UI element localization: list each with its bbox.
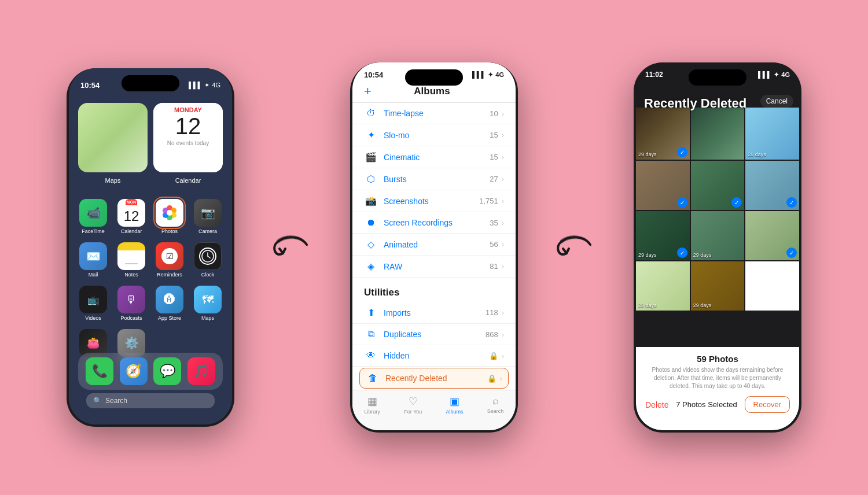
photos-icon: [156, 199, 183, 227]
duplicates-icon: ⧉: [364, 329, 378, 339]
album-timelapse[interactable]: ⏱ Time-lapse 10 ›: [352, 103, 516, 124]
timelapse-icon: ⏱: [364, 108, 378, 119]
tab-albums[interactable]: ▣ Albums: [446, 395, 464, 415]
photo-11[interactable]: 29 days: [691, 261, 745, 311]
dock-safari[interactable]: 🧭: [120, 357, 148, 385]
app-calendar[interactable]: MON 12 Calendar: [116, 199, 146, 234]
dock-phone[interactable]: 📞: [86, 357, 113, 385]
photo-9[interactable]: ✓: [745, 211, 799, 260]
albums-list: ⏱ Time-lapse 10 › ✦ Slo-mo 15 › 🎬 Cinema…: [352, 103, 516, 396]
app-appstore[interactable]: 🅐 App Store: [155, 286, 185, 321]
calendar-widget[interactable]: MONDAY 12 No events today: [153, 103, 223, 172]
album-imports[interactable]: ⬆ Imports 118 ›: [352, 302, 516, 324]
photo-5[interactable]: ✓: [691, 161, 745, 210]
photo-8-days: 29 days: [693, 252, 712, 258]
albums-screen-container: 10:54 ▌▌▌ ✦ 4G + Albums: [352, 62, 516, 430]
app-clock[interactable]: Clock: [193, 242, 223, 278]
album-raw[interactable]: ◈ RAW 81 ›: [352, 256, 516, 278]
library-tab-label: Library: [365, 409, 381, 415]
dynamic-island-2: [405, 69, 463, 86]
app-mail[interactable]: ✉️ Mail: [78, 242, 108, 278]
photo-10-days: 29 days: [638, 302, 657, 308]
tv-label: Videos: [85, 315, 101, 321]
app-camera[interactable]: 📷 Camera: [193, 199, 223, 234]
photo-4[interactable]: ✓: [636, 161, 690, 210]
photo-4-check: ✓: [677, 197, 687, 208]
music-icon: 🎵: [193, 364, 209, 379]
album-animated[interactable]: ◇ Animated 56 ›: [352, 234, 516, 256]
app-reminders[interactable]: ☑ Reminders: [155, 242, 185, 278]
dock-messages[interactable]: 💬: [153, 357, 181, 385]
imports-chevron-icon: ›: [502, 308, 504, 317]
photos-flower-svg: [159, 202, 180, 223]
tab-foryou[interactable]: ♡ For You: [404, 395, 422, 415]
photo-7[interactable]: 29 days ✓: [636, 211, 690, 260]
app-photos[interactable]: Photos: [155, 199, 185, 234]
photo-7-days: 29 days: [638, 252, 657, 258]
tab-library[interactable]: ▦ Library: [365, 395, 381, 415]
cancel-button[interactable]: Cancel: [760, 95, 793, 108]
phone-deleted: 11:02 ▌▌▌ ✦ 4G Cancel Recently Deleted: [634, 62, 801, 433]
delete-button[interactable]: Delete: [645, 400, 668, 409]
battery-icon: 4G: [212, 82, 220, 88]
duplicates-chevron-icon: ›: [502, 330, 504, 339]
podcasts-symbol-icon: 🎙: [126, 293, 137, 306]
cinematic-chevron-icon: ›: [502, 153, 504, 161]
album-duplicates[interactable]: ⧉ Duplicates 868 ›: [352, 324, 516, 345]
arrow-1: [269, 224, 315, 271]
photo-6[interactable]: ✓: [745, 161, 799, 210]
tab-search[interactable]: ⌕ Search: [487, 395, 504, 414]
animated-chevron-icon: ›: [502, 240, 504, 249]
album-recently-deleted[interactable]: 🗑 Recently Deleted 🔒 ›: [359, 368, 509, 389]
dock-music[interactable]: 🎵: [187, 357, 215, 385]
wallet-symbol-icon: 👛: [87, 337, 100, 349]
app-facetime[interactable]: 📹 FaceTime: [78, 199, 108, 234]
imports-count: 118: [486, 308, 498, 317]
messages-icon: 💬: [160, 364, 175, 379]
app-notes[interactable]: Notes: [116, 242, 146, 278]
photo-1-days: 29 days: [638, 152, 657, 157]
duplicates-name: Duplicates: [384, 330, 486, 339]
photo-8[interactable]: 29 days: [691, 211, 745, 260]
search-bar[interactable]: 🔍 Search: [86, 393, 215, 408]
maps-widget-container: Maps: [78, 103, 148, 184]
settings-symbol-icon: ⚙️: [124, 336, 139, 350]
reminders-icon: ☑: [156, 242, 183, 270]
app-tv[interactable]: 📺 Videos: [78, 286, 108, 321]
status-icons-1: ▌▌▌ ✦ 4G: [189, 82, 220, 89]
album-cinematic[interactable]: 🎬 Cinematic 15 ›: [352, 146, 516, 168]
maps-widget-label: Maps: [78, 175, 148, 184]
screen-recordings-icon: ⏺: [364, 217, 378, 228]
slomo-icon: ✦: [364, 130, 378, 141]
tv-symbol-icon: 📺: [87, 294, 99, 305]
clock-hands-icon: [201, 250, 214, 263]
photo-7-check: ✓: [677, 248, 687, 258]
photo-5-check: ✓: [731, 197, 742, 208]
app-podcasts[interactable]: 🎙 Podcasts: [116, 286, 146, 321]
app-maps[interactable]: 🗺 Maps: [193, 286, 223, 321]
signal-icon-2: ▌▌▌: [472, 71, 486, 79]
podcasts-icon: 🎙: [117, 286, 145, 313]
album-screen-recordings[interactable]: ⏺ Screen Recordings 35 ›: [352, 212, 516, 234]
calendar-widget-label: Calendar: [153, 175, 223, 184]
deleted-actions: Delete 7 Photos Selected Recover: [645, 396, 790, 413]
clock-face-icon: [199, 248, 216, 265]
utilities-header: Utilities: [352, 278, 516, 302]
recently-deleted-title: Recently Deleted: [644, 96, 746, 110]
add-album-button[interactable]: +: [364, 85, 372, 98]
screen-recordings-count: 35: [490, 219, 498, 227]
recover-button[interactable]: Recover: [745, 396, 790, 413]
screen-recordings-chevron-icon: ›: [502, 219, 504, 227]
album-screenshots[interactable]: 📸 Screenshots 1,751 ›: [352, 190, 516, 212]
album-slomo[interactable]: ✦ Slo-mo 15 ›: [352, 124, 516, 146]
cal-app-month: MON: [126, 199, 137, 205]
maps-widget[interactable]: [78, 103, 148, 172]
podcasts-label: Podcasts: [120, 315, 142, 321]
slomo-chevron-icon: ›: [502, 131, 504, 139]
photo-6-check: ✓: [786, 197, 797, 208]
dock: 📞 🧭 💬 🎵: [78, 353, 223, 390]
photo-10[interactable]: 29 days: [636, 261, 690, 311]
album-bursts[interactable]: ⬡ Bursts 27 ›: [352, 168, 516, 190]
album-hidden[interactable]: 👁 Hidden 🔒 ›: [352, 345, 516, 367]
status-icons-2: ▌▌▌ ✦ 4G: [472, 71, 504, 79]
